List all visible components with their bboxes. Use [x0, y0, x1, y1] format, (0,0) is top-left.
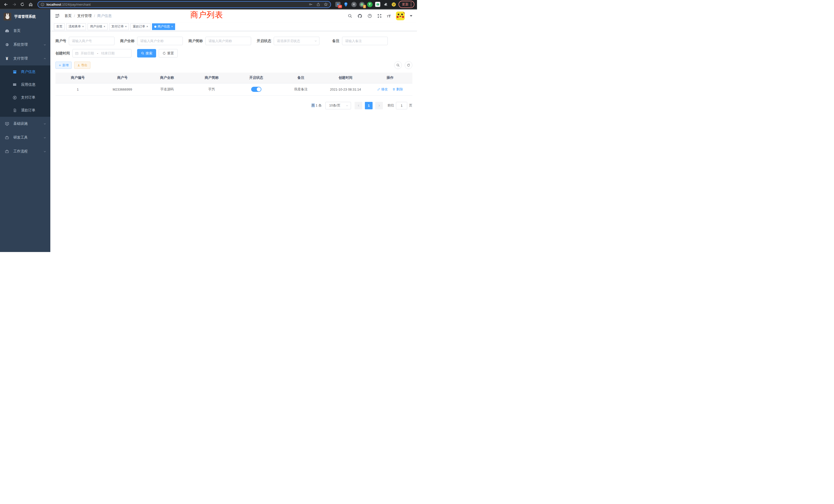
goto-page-input[interactable] — [396, 102, 407, 109]
tab-label: 退款订单 — [133, 24, 145, 29]
sidebar-item-workflow[interactable]: 工作流程 — [0, 144, 50, 158]
reset-button[interactable]: 重置 — [159, 49, 178, 58]
share-icon[interactable] — [316, 2, 320, 6]
sidebar-item-merchant-info[interactable]: 商户信息 — [0, 65, 50, 78]
search-icon[interactable] — [348, 14, 352, 18]
tab-user-group[interactable]: 用户分组 × — [88, 23, 107, 30]
filter-label: 商户简称 — [189, 39, 203, 43]
sidebar-item-dev-tools[interactable]: 研发工具 — [0, 131, 50, 144]
extension-emoji-icon[interactable] — [391, 2, 396, 7]
sidebar-item-label: 支付管理 — [13, 56, 28, 61]
breadcrumb-payment[interactable]: 支付管理 — [77, 14, 92, 18]
filter-label: 备注 — [332, 39, 339, 43]
browser-forward-icon[interactable] — [11, 1, 18, 8]
password-key-icon[interactable] — [309, 2, 313, 6]
status-toggle[interactable] — [251, 87, 261, 92]
tab-process-form[interactable]: 流程表单 × — [66, 23, 86, 30]
breadcrumb-separator: / — [74, 14, 75, 18]
extension-command-icon[interactable] — [351, 2, 357, 7]
prev-page-button[interactable] — [355, 102, 362, 109]
avatar[interactable] — [396, 12, 405, 20]
export-button[interactable]: 导出 — [74, 62, 90, 69]
tab-merchant-info[interactable]: 商户信息 × — [152, 23, 175, 30]
page-size-select[interactable]: 10条/页 — [325, 102, 351, 109]
chevron-down-icon — [43, 150, 46, 153]
filter-label: 商户全称 — [120, 39, 135, 43]
yen-circle-icon — [12, 95, 18, 100]
browser-update-button[interactable]: 更新 — [398, 1, 414, 8]
tab-label: 流程表单 — [69, 24, 81, 29]
col-header-seq: 商户编号 — [56, 73, 100, 83]
sidebar-item-label: 系统管理 — [13, 42, 28, 47]
browser-menu-dots-icon[interactable] — [411, 2, 412, 6]
sidebar-logo-row[interactable]: 芋道管理系统 — [0, 9, 50, 24]
sidebar-item-label: 首页 — [13, 28, 21, 33]
browser-reload-icon[interactable] — [19, 1, 26, 8]
cell-full-name: 芋道源码 — [145, 83, 190, 95]
breadcrumb: 首页 / 支付管理 / 商户信息 — [64, 14, 112, 18]
screen: localhost:1024/pay/merchant 10 — [0, 0, 417, 252]
fullscreen-icon[interactable] — [377, 14, 382, 18]
page-info-icon[interactable] — [41, 3, 44, 6]
toggle-search-button[interactable] — [394, 61, 402, 69]
sidebar-item-pay-orders[interactable]: 支付订单 — [0, 91, 50, 104]
breadcrumb-home[interactable]: 首页 — [64, 14, 72, 18]
refresh-table-button[interactable] — [405, 61, 412, 69]
merchant-no-input[interactable] — [69, 37, 114, 45]
col-header-short-name: 商户简称 — [189, 73, 234, 83]
reset-button-label: 重置 — [167, 51, 174, 56]
cell-created: 2021-10-23 08:31:14 — [323, 83, 368, 95]
close-icon[interactable]: × — [82, 25, 84, 28]
add-button[interactable]: 新增 — [56, 62, 72, 69]
total-prefix: 共 — [311, 104, 315, 107]
create-time-range-picker[interactable]: 开始日期 - 结束日期 — [72, 49, 131, 58]
chevron-down-icon — [43, 122, 46, 125]
next-page-button[interactable] — [375, 102, 383, 109]
browser-home-icon[interactable] — [27, 1, 34, 8]
sidebar-item-infrastructure[interactable]: 基础设施 — [0, 117, 50, 131]
sidebar-item-app-info[interactable]: 应用信息 — [0, 78, 50, 91]
close-icon[interactable]: × — [125, 25, 127, 28]
tab-home[interactable]: 首页 — [54, 23, 65, 30]
extension-puzzle-icon[interactable] — [383, 2, 389, 7]
briefcase-icon — [4, 136, 10, 140]
caret-down-icon[interactable] — [410, 15, 412, 17]
sidebar-item-label: 退款订单 — [21, 108, 36, 113]
cell-status — [234, 83, 279, 95]
total-suffix: 条 — [319, 104, 322, 107]
delete-button[interactable]: 删除 — [392, 87, 403, 92]
help-icon[interactable] — [368, 14, 372, 18]
extension-notes-icon[interactable] — [375, 2, 380, 7]
select-placeholder: 请选择开启状态 — [277, 39, 300, 43]
sidebar-item-home[interactable]: 首页 — [0, 24, 50, 38]
remark-input[interactable] — [342, 37, 388, 45]
tab-label: 用户分组 — [90, 24, 102, 29]
browser-toolbar: localhost:1024/pay/merchant 10 — [0, 0, 417, 9]
status-select[interactable]: 请选择开启状态 — [274, 37, 320, 45]
tab-pay-orders[interactable]: 支付订单 × — [109, 23, 129, 30]
extension-y-icon[interactable]: Y — [367, 2, 373, 7]
extension-tabs-icon[interactable]: 10 — [335, 2, 341, 7]
font-size-icon[interactable]: TT — [387, 14, 391, 18]
sidebar-item-system[interactable]: 系统管理 — [0, 38, 50, 51]
full-name-input[interactable] — [137, 37, 183, 45]
browser-back-icon[interactable] — [3, 1, 9, 8]
github-icon[interactable] — [357, 14, 362, 19]
search-button[interactable]: 搜索 — [137, 49, 156, 58]
sidebar-item-refund-orders[interactable]: 退款订单 — [0, 104, 50, 117]
extension-pin-icon[interactable] — [343, 2, 349, 7]
close-icon[interactable]: × — [104, 25, 105, 28]
sidebar-item-payment[interactable]: ¥ 支付管理 — [0, 51, 50, 65]
extension-recorder-icon[interactable]: 1 — [359, 2, 365, 7]
url-bar[interactable]: localhost:1024/pay/merchant — [38, 1, 331, 8]
edit-button[interactable]: 修改 — [377, 87, 388, 92]
close-icon[interactable]: × — [171, 25, 173, 28]
short-name-input[interactable] — [205, 37, 251, 45]
tab-refund-orders[interactable]: 退款订单 × — [130, 23, 150, 30]
bookmark-star-icon[interactable] — [324, 2, 328, 6]
page-number-button[interactable]: 1 — [365, 102, 373, 109]
extension-badge: 10 — [338, 5, 342, 8]
close-icon[interactable]: × — [146, 25, 148, 28]
sidebar-collapse-icon[interactable] — [55, 14, 60, 18]
pagination: 共 1 条 10条/页 1 前往 — [56, 102, 412, 109]
